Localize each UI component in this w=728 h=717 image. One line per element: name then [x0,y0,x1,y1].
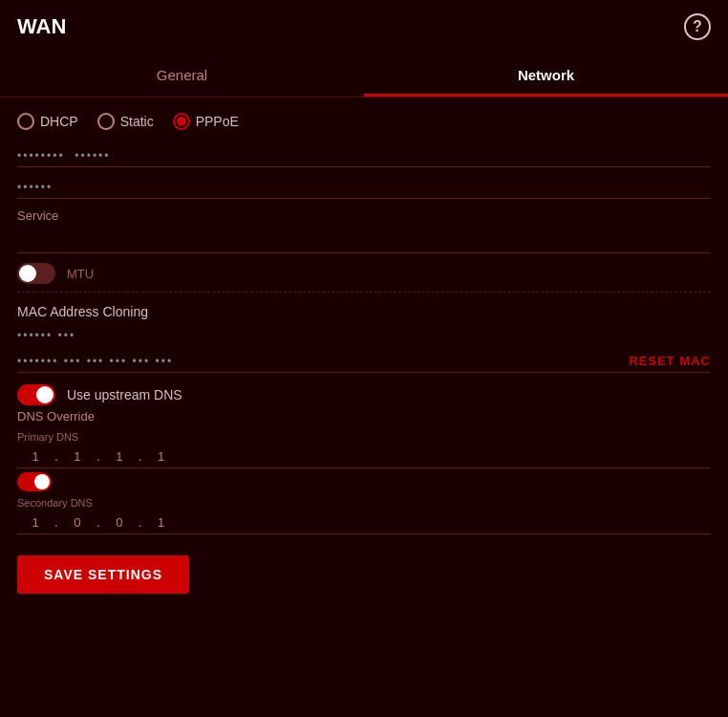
secondary-dns-section: Secondary DNS . . . [17,497,711,534]
tab-bar: General Network [0,54,728,98]
radio-pppoe[interactable]: PPPoE [173,113,239,130]
header: WAN ? [0,0,728,54]
upstream-dns-label: Use upstream DNS [67,387,182,402]
content-area: DHCP Static PPPoE Service MTU M [0,98,728,609]
dns-override-knob [34,474,50,489]
secondary-dns-oct2[interactable] [59,515,96,530]
radio-dhcp-label: DHCP [40,114,78,129]
reset-mac-button[interactable]: RESET MAC [629,354,711,368]
help-icon[interactable]: ? [684,13,711,40]
dns-override-toggle[interactable] [17,472,52,491]
secondary-dns-label: Secondary DNS [17,497,711,509]
mtu-label: MTU [67,267,94,281]
mac-input-line: ••••••• ••• ••• ••• ••• ••• RESET MAC [17,354,711,373]
secondary-dns-inputs: . . . [17,511,711,534]
dns-override-toggle-row [17,472,711,491]
radio-static-label: Static [120,114,154,129]
primary-dns-oct1[interactable] [17,449,54,464]
radio-pppoe-outer [173,113,190,130]
mac-address-value: •••••• ••• [17,327,711,344]
username-field-group [17,145,711,167]
username-input[interactable] [17,145,711,167]
mtu-divider [17,292,711,293]
save-settings-button[interactable]: SAVE SETTINGS [17,555,189,594]
mac-cloning-section-label: MAC Address Cloning [17,304,711,319]
secondary-dns-oct3[interactable] [101,515,138,530]
primary-dns-label: Primary DNS [17,431,711,443]
mtu-row: MTU [17,263,711,284]
tab-network[interactable]: Network [364,54,728,97]
secondary-dns-oct4[interactable] [143,515,180,530]
primary-dns-inputs: . . . [17,445,711,468]
mtu-toggle[interactable] [17,263,55,284]
password-field-group [17,177,711,199]
upstream-dns-toggle[interactable] [17,384,55,405]
radio-static[interactable]: Static [97,113,154,130]
secondary-dns-oct1[interactable] [17,515,54,530]
password-input[interactable] [17,177,711,199]
mtu-toggle-knob [19,265,36,282]
connection-type-radio-group: DHCP Static PPPoE [17,113,711,130]
upstream-dns-knob [36,386,54,403]
dns-override-label: DNS Override [17,409,711,424]
service-label: Service [17,208,711,223]
mac-blurred-value: ••••••• ••• ••• ••• ••• ••• [17,355,619,368]
tab-general[interactable]: General [0,54,364,97]
primary-dns-section: Primary DNS . . . [17,431,711,491]
radio-static-outer [97,113,115,130]
radio-pppoe-inner [177,117,186,126]
mac-address-field-group: •••••• ••• [17,327,711,344]
primary-dns-oct4[interactable] [143,449,180,464]
primary-dns-oct3[interactable] [101,449,138,464]
page-title: WAN [17,14,66,39]
primary-dns-oct2[interactable] [59,449,96,464]
radio-dhcp[interactable]: DHCP [17,113,78,130]
service-section: Service [17,208,711,253]
service-input[interactable] [17,227,711,253]
radio-dhcp-outer [17,113,34,130]
upstream-dns-row: Use upstream DNS [17,384,711,405]
radio-pppoe-label: PPPoE [196,114,239,129]
